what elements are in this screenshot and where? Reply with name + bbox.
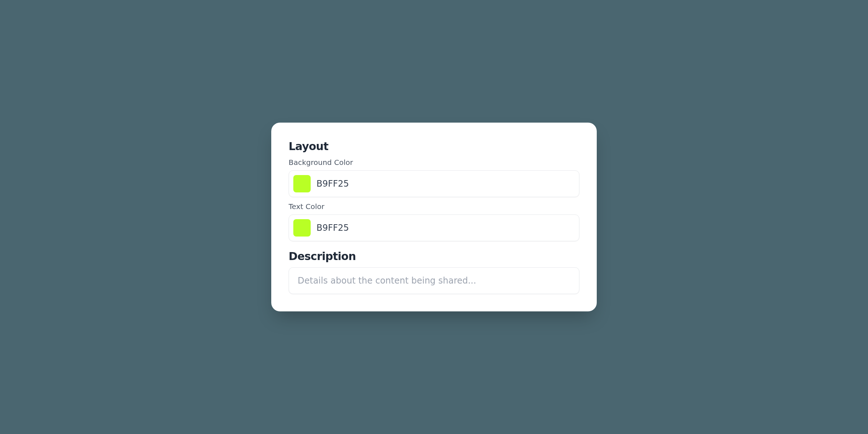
description-section-title: Description — [289, 250, 579, 263]
layout-section-title: Layout — [289, 140, 579, 153]
background-color-swatch[interactable] — [293, 175, 311, 192]
text-color-label: Text Color — [289, 201, 579, 212]
background-color-input-wrapper[interactable] — [289, 170, 579, 197]
settings-card: Layout Background Color Text Color Descr… — [271, 123, 597, 311]
text-color-swatch[interactable] — [293, 219, 311, 237]
text-color-field: Text Color — [289, 201, 579, 241]
text-color-input[interactable] — [316, 222, 575, 234]
description-input[interactable] — [289, 267, 579, 294]
background-color-input[interactable] — [316, 178, 575, 190]
background-color-label: Background Color — [289, 157, 579, 167]
background-color-field: Background Color — [289, 157, 579, 197]
text-color-input-wrapper[interactable] — [289, 214, 579, 241]
